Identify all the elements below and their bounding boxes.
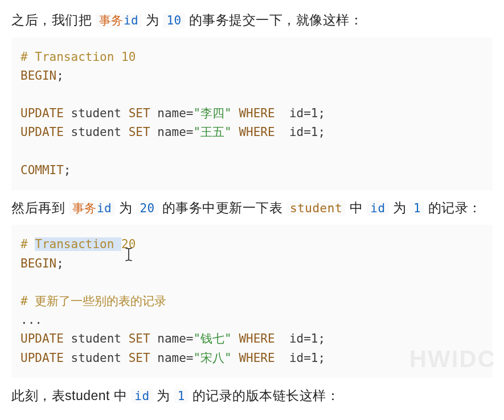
code-keyword: UPDATE [21, 351, 64, 365]
code-punct: ; [64, 163, 71, 177]
code-text: # [21, 237, 35, 251]
inline-code-part: id [97, 201, 112, 215]
code-text: id=1; [275, 106, 326, 120]
selection-highlight [114, 237, 121, 251]
code-keyword: SET [129, 351, 150, 365]
inline-code-part: 事务 [72, 201, 97, 215]
code-keyword: COMMIT [21, 163, 64, 177]
text: 然后再到 [11, 200, 65, 215]
code-text: name= [150, 125, 194, 139]
text: 此刻，表student 中 [11, 388, 127, 403]
code-text: name= [150, 351, 194, 365]
inline-code-id: id [367, 201, 388, 216]
paragraph-intro-commit: 之后，我们把 事务id 为 10 的事务提交一下，就像这样： [11, 10, 493, 31]
code-text: id=1; [275, 125, 326, 139]
code-keyword: UPDATE [21, 332, 64, 345]
code-comment: # Transaction 10 [21, 50, 136, 64]
code-text: student [64, 351, 129, 365]
code-punct: ; [56, 69, 64, 83]
paragraph-intro-update: 然后再到 事务id 为 20 的事务中更新一下表 student 中 id 为 … [11, 198, 493, 219]
code-text: ... [21, 313, 42, 327]
code-string: "钱七" [193, 332, 231, 345]
inline-code-table: student [286, 201, 346, 216]
code-keyword: WHERE [239, 125, 274, 139]
code-string: "李四" [193, 106, 231, 120]
code-comment: # 更新了一些别的表的记录 [21, 294, 166, 308]
text: 为 [119, 200, 133, 215]
code-keyword: UPDATE [21, 125, 64, 139]
code-keyword: SET [129, 332, 150, 345]
code-keyword: WHERE [239, 106, 274, 120]
code-keyword: BEGIN [21, 257, 56, 270]
inline-code-number: 20 [136, 201, 158, 216]
code-comment: # Transaction 20 [21, 237, 136, 251]
inline-code-part: 事务 [99, 14, 124, 27]
selection-highlight: Transaction [35, 237, 114, 251]
text: 中 [350, 200, 363, 215]
code-text: name= [150, 106, 194, 120]
paragraph-version-chain: 此刻，表student 中 id 为 1 的记录的版本链长这样： [11, 386, 493, 406]
text: 为 [157, 388, 170, 403]
inline-code-number: 1 [410, 201, 424, 216]
inline-code-txn-id: 事务id [96, 13, 142, 28]
text: 为 [146, 13, 159, 27]
inline-code-number: 10 [163, 13, 185, 28]
code-text: name= [150, 332, 194, 345]
code-text: student [64, 125, 129, 139]
inline-code-txn-id: 事务id [69, 201, 115, 216]
code-text: id=1; [275, 351, 326, 365]
inline-code-part: id [124, 14, 138, 27]
code-keyword: SET [129, 125, 150, 139]
inline-code-id: id [131, 389, 153, 403]
text: 为 [393, 200, 407, 215]
code-text: student [64, 106, 129, 120]
code-block-transaction-10[interactable]: # Transaction 10 BEGIN; UPDATE student S… [11, 38, 493, 190]
text: 的记录： [428, 200, 482, 215]
code-text: id=1; [275, 332, 326, 345]
text: 的事务提交一下，就像这样： [189, 13, 363, 27]
code-block-transaction-20[interactable]: # Transaction 20 BEGIN; # 更新了一些别的表的记录 ..… [11, 225, 493, 377]
code-keyword: BEGIN [21, 69, 56, 83]
code-keyword: SET [129, 106, 150, 120]
code-keyword: UPDATE [21, 106, 64, 120]
code-punct: ; [56, 257, 64, 270]
code-string: "宋八" [193, 351, 231, 365]
code-text: student [64, 332, 129, 345]
text: 之后，我们把 [11, 13, 92, 27]
text: 的记录的版本链长这样： [192, 388, 340, 403]
text: 的事务中更新一下表 [162, 200, 283, 215]
article-content: 之后，我们把 事务id 为 10 的事务提交一下，就像这样： # Transac… [0, 0, 504, 419]
code-keyword: WHERE [239, 332, 274, 345]
inline-code-number: 1 [174, 389, 189, 403]
code-keyword: WHERE [239, 351, 274, 365]
code-string: "王五" [193, 125, 231, 139]
